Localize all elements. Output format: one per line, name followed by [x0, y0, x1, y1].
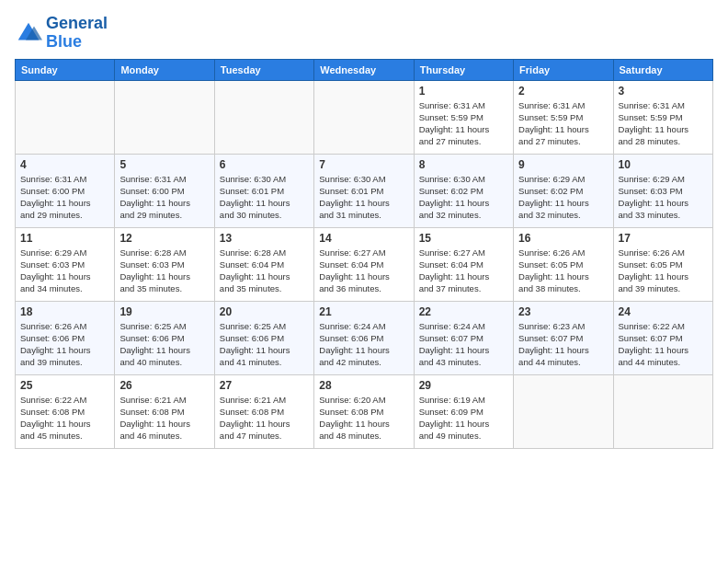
day-number: 2 [518, 85, 608, 98]
calendar-cell: 6Sunrise: 6:30 AM Sunset: 6:01 PM Daylig… [214, 154, 313, 227]
day-info: Sunrise: 6:20 AM Sunset: 6:08 PM Dayligh… [319, 394, 408, 442]
day-info: Sunrise: 6:21 AM Sunset: 6:08 PM Dayligh… [220, 394, 309, 442]
day-number: 27 [220, 379, 309, 392]
day-info: Sunrise: 6:23 AM Sunset: 6:07 PM Dayligh… [518, 320, 608, 369]
day-number: 25 [20, 379, 109, 392]
day-info: Sunrise: 6:29 AM Sunset: 6:03 PM Dayligh… [619, 173, 708, 222]
day-number: 26 [119, 379, 209, 392]
day-number: 24 [619, 305, 708, 318]
calendar-cell: 14Sunrise: 6:27 AM Sunset: 6:04 PM Dayli… [314, 227, 414, 301]
day-number: 11 [20, 232, 109, 245]
calendar-cell: 29Sunrise: 6:19 AM Sunset: 6:09 PM Dayli… [414, 374, 513, 448]
day-info: Sunrise: 6:31 AM Sunset: 5:59 PM Dayligh… [518, 99, 608, 148]
calendar-cell: 24Sunrise: 6:22 AM Sunset: 6:07 PM Dayli… [613, 301, 712, 374]
day-info: Sunrise: 6:30 AM Sunset: 6:02 PM Dayligh… [419, 173, 508, 222]
calendar-cell: 21Sunrise: 6:24 AM Sunset: 6:06 PM Dayli… [314, 301, 414, 374]
day-number: 13 [220, 232, 309, 245]
day-number: 15 [419, 232, 508, 245]
calendar-cell: 2Sunrise: 6:31 AM Sunset: 5:59 PM Daylig… [514, 80, 613, 154]
calendar-cell [314, 80, 414, 154]
calendar-cell: 18Sunrise: 6:26 AM Sunset: 6:06 PM Dayli… [16, 301, 115, 374]
day-number: 17 [619, 232, 708, 245]
calendar-cell: 25Sunrise: 6:22 AM Sunset: 6:08 PM Dayli… [16, 374, 115, 448]
weekday-header: Monday [115, 59, 214, 80]
calendar-cell: 7Sunrise: 6:30 AM Sunset: 6:01 PM Daylig… [314, 154, 414, 227]
day-number: 20 [220, 305, 309, 318]
calendar-cell: 13Sunrise: 6:28 AM Sunset: 6:04 PM Dayli… [214, 227, 313, 301]
calendar-cell: 9Sunrise: 6:29 AM Sunset: 6:02 PM Daylig… [514, 154, 613, 227]
day-info: Sunrise: 6:30 AM Sunset: 6:01 PM Dayligh… [319, 173, 408, 222]
day-info: Sunrise: 6:25 AM Sunset: 6:06 PM Dayligh… [220, 320, 309, 369]
day-number: 5 [119, 158, 209, 171]
calendar-cell [613, 374, 712, 448]
day-info: Sunrise: 6:25 AM Sunset: 6:06 PM Dayligh… [119, 320, 209, 369]
calendar-cell: 28Sunrise: 6:20 AM Sunset: 6:08 PM Dayli… [314, 374, 414, 448]
weekday-header: Thursday [414, 59, 513, 80]
calendar-cell: 1Sunrise: 6:31 AM Sunset: 5:59 PM Daylig… [414, 80, 513, 154]
calendar-week-row: 4Sunrise: 6:31 AM Sunset: 6:00 PM Daylig… [16, 154, 713, 227]
day-number: 1 [419, 85, 508, 98]
day-number: 18 [20, 305, 109, 318]
calendar-cell: 20Sunrise: 6:25 AM Sunset: 6:06 PM Dayli… [214, 301, 313, 374]
day-info: Sunrise: 6:31 AM Sunset: 6:00 PM Dayligh… [119, 173, 209, 222]
calendar-cell: 3Sunrise: 6:31 AM Sunset: 5:59 PM Daylig… [613, 80, 712, 154]
calendar-cell: 5Sunrise: 6:31 AM Sunset: 6:00 PM Daylig… [115, 154, 214, 227]
day-info: Sunrise: 6:24 AM Sunset: 6:07 PM Dayligh… [419, 320, 508, 369]
calendar-cell: 15Sunrise: 6:27 AM Sunset: 6:04 PM Dayli… [414, 227, 513, 301]
page-header: General Blue [15, 15, 713, 52]
day-info: Sunrise: 6:28 AM Sunset: 6:03 PM Dayligh… [119, 247, 209, 295]
weekday-header: Friday [514, 59, 613, 80]
day-info: Sunrise: 6:26 AM Sunset: 6:05 PM Dayligh… [619, 247, 708, 295]
day-number: 29 [419, 379, 508, 392]
day-number: 16 [518, 232, 608, 245]
day-number: 6 [220, 158, 309, 171]
day-info: Sunrise: 6:27 AM Sunset: 6:04 PM Dayligh… [319, 247, 408, 295]
weekday-header: Wednesday [314, 59, 414, 80]
weekday-header: Saturday [613, 59, 712, 80]
day-info: Sunrise: 6:30 AM Sunset: 6:01 PM Dayligh… [220, 173, 309, 222]
calendar-header: SundayMondayTuesdayWednesdayThursdayFrid… [16, 59, 713, 80]
day-info: Sunrise: 6:22 AM Sunset: 6:08 PM Dayligh… [20, 394, 109, 442]
calendar-week-row: 11Sunrise: 6:29 AM Sunset: 6:03 PM Dayli… [16, 227, 713, 301]
day-info: Sunrise: 6:24 AM Sunset: 6:06 PM Dayligh… [319, 320, 408, 369]
calendar-cell: 16Sunrise: 6:26 AM Sunset: 6:05 PM Dayli… [514, 227, 613, 301]
day-number: 9 [518, 158, 608, 171]
calendar-cell: 12Sunrise: 6:28 AM Sunset: 6:03 PM Dayli… [115, 227, 214, 301]
day-number: 7 [319, 158, 408, 171]
calendar-cell: 23Sunrise: 6:23 AM Sunset: 6:07 PM Dayli… [514, 301, 613, 374]
day-number: 4 [20, 158, 109, 171]
day-number: 28 [319, 379, 408, 392]
calendar-week-row: 18Sunrise: 6:26 AM Sunset: 6:06 PM Dayli… [16, 301, 713, 374]
day-info: Sunrise: 6:31 AM Sunset: 5:59 PM Dayligh… [419, 99, 508, 148]
weekday-header: Sunday [16, 59, 115, 80]
day-info: Sunrise: 6:28 AM Sunset: 6:04 PM Dayligh… [220, 247, 309, 295]
calendar-cell: 26Sunrise: 6:21 AM Sunset: 6:08 PM Dayli… [115, 374, 214, 448]
day-number: 22 [419, 305, 508, 318]
day-info: Sunrise: 6:29 AM Sunset: 6:02 PM Dayligh… [518, 173, 608, 222]
logo-icon [15, 19, 42, 47]
logo: General Blue [15, 15, 108, 52]
day-info: Sunrise: 6:21 AM Sunset: 6:08 PM Dayligh… [119, 394, 209, 442]
day-number: 12 [119, 232, 209, 245]
calendar-cell: 22Sunrise: 6:24 AM Sunset: 6:07 PM Dayli… [414, 301, 513, 374]
calendar-cell: 17Sunrise: 6:26 AM Sunset: 6:05 PM Dayli… [613, 227, 712, 301]
calendar-cell: 10Sunrise: 6:29 AM Sunset: 6:03 PM Dayli… [613, 154, 712, 227]
calendar-cell: 19Sunrise: 6:25 AM Sunset: 6:06 PM Dayli… [115, 301, 214, 374]
day-number: 3 [619, 85, 708, 98]
calendar-cell: 4Sunrise: 6:31 AM Sunset: 6:00 PM Daylig… [16, 154, 115, 227]
logo-text: General Blue [46, 15, 108, 52]
day-number: 14 [319, 232, 408, 245]
calendar-cell [115, 80, 214, 154]
day-info: Sunrise: 6:26 AM Sunset: 6:05 PM Dayligh… [518, 247, 608, 295]
calendar-cell: 27Sunrise: 6:21 AM Sunset: 6:08 PM Dayli… [214, 374, 313, 448]
day-number: 19 [119, 305, 209, 318]
day-info: Sunrise: 6:31 AM Sunset: 5:59 PM Dayligh… [619, 99, 708, 148]
day-info: Sunrise: 6:29 AM Sunset: 6:03 PM Dayligh… [20, 247, 109, 295]
calendar-cell [16, 80, 115, 154]
weekday-header: Tuesday [214, 59, 313, 80]
calendar-week-row: 25Sunrise: 6:22 AM Sunset: 6:08 PM Dayli… [16, 374, 713, 448]
day-number: 23 [518, 305, 608, 318]
calendar-table: SundayMondayTuesdayWednesdayThursdayFrid… [15, 59, 713, 449]
calendar-cell [514, 374, 613, 448]
day-number: 21 [319, 305, 408, 318]
